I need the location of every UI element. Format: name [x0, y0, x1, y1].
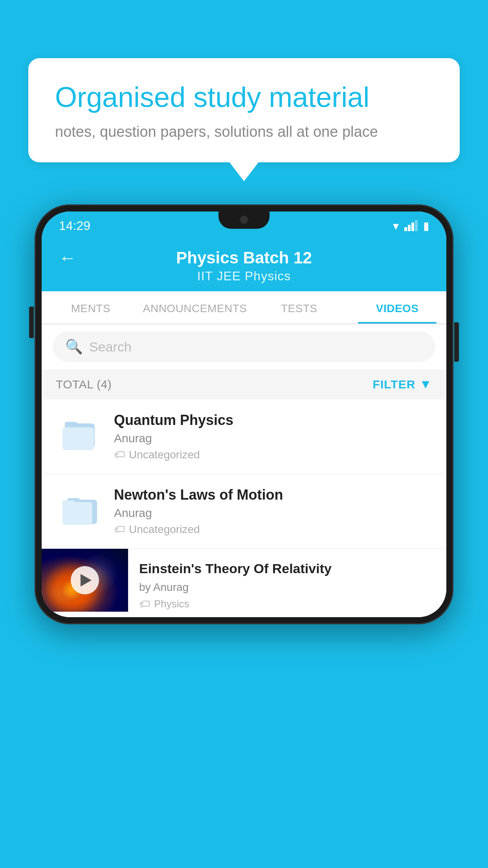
play-triangle-icon — [81, 574, 92, 587]
video-author-2: Anurag — [114, 506, 432, 520]
video-tag-3: 🏷 Physics — [139, 598, 435, 611]
play-button-3[interactable] — [71, 566, 99, 594]
tab-videos[interactable]: VIDEOS — [348, 291, 446, 324]
tab-announcements[interactable]: ANNOUNCEMENTS — [140, 291, 250, 324]
back-button[interactable]: ← — [59, 248, 76, 268]
tab-ments[interactable]: MENTS — [42, 291, 140, 324]
video-info-2: Newton's Laws of Motion Anurag 🏷 Uncateg… — [114, 487, 432, 536]
video-author-1: Anurag — [114, 432, 432, 445]
battery-icon: ▮ — [423, 219, 429, 232]
speech-bubble-wrapper: Organised study material notes, question… — [28, 58, 460, 162]
tag-icon-3: 🏷 — [139, 598, 150, 611]
folder-icon-1 — [62, 419, 97, 454]
folder-icon-2 — [62, 494, 97, 529]
signal-icon — [404, 220, 418, 231]
video-tag-1: 🏷 Uncategorized — [114, 448, 432, 461]
phone-outer: 14:29 ▾ ▮ ← — [35, 204, 453, 624]
tab-tests[interactable]: TESTS — [250, 291, 348, 324]
video-tag-2: 🏷 Uncategorized — [114, 523, 432, 536]
video-info-1: Quantum Physics Anurag 🏷 Uncategorized — [114, 412, 432, 461]
svg-rect-6 — [62, 500, 74, 505]
tag-icon-2: 🏷 — [114, 523, 125, 536]
video-thumbnail-3 — [42, 549, 128, 612]
video-title-3: Einstein's Theory Of Relativity — [139, 560, 435, 577]
video-thumb-2 — [56, 488, 103, 535]
video-thumb-1 — [56, 413, 103, 460]
wifi-icon: ▾ — [393, 219, 399, 233]
filter-button[interactable]: FILTER ▼ — [373, 377, 432, 392]
notch — [218, 211, 270, 229]
filter-icon: ▼ — [419, 377, 432, 392]
video-list: Quantum Physics Anurag 🏷 Uncategorized — [42, 399, 446, 617]
speech-bubble-subtitle: notes, question papers, solutions all at… — [55, 123, 433, 140]
search-bar[interactable]: 🔍 Search — [53, 331, 435, 362]
app-title: Physics Batch 12 — [176, 248, 312, 267]
svg-rect-1 — [65, 422, 77, 427]
svg-rect-2 — [62, 427, 94, 450]
video-author-3: by Anurag — [139, 581, 435, 594]
status-time: 14:29 — [59, 219, 90, 233]
tab-bar: MENTS ANNOUNCEMENTS TESTS VIDEOS — [42, 291, 446, 324]
filter-bar: TOTAL (4) FILTER ▼ — [42, 369, 446, 399]
header-row: ← Physics Batch 12 — [59, 248, 429, 267]
list-item[interactable]: Newton's Laws of Motion Anurag 🏷 Uncateg… — [42, 474, 446, 549]
search-placeholder: Search — [89, 339, 132, 355]
phone-screen: 14:29 ▾ ▮ ← — [42, 211, 446, 617]
search-icon: 🔍 — [65, 338, 83, 355]
front-camera-icon — [240, 215, 248, 224]
svg-rect-5 — [62, 502, 92, 525]
video-info-3: Einstein's Theory Of Relativity by Anura… — [128, 549, 446, 617]
tag-icon-1: 🏷 — [114, 448, 125, 461]
speech-bubble-title: Organised study material — [55, 80, 433, 114]
total-count: TOTAL (4) — [56, 378, 112, 391]
video-title-2: Newton's Laws of Motion — [114, 487, 432, 503]
app-header: ← Physics Batch 12 IIT JEE Physics — [42, 240, 446, 291]
status-icons: ▾ ▮ — [393, 219, 429, 233]
filter-label: FILTER — [373, 378, 416, 391]
app-subtitle: IIT JEE Physics — [197, 269, 291, 283]
video-title-1: Quantum Physics — [114, 412, 432, 428]
phone-mockup: 14:29 ▾ ▮ ← — [35, 204, 453, 624]
speech-bubble: Organised study material notes, question… — [28, 58, 460, 162]
list-item[interactable]: Einstein's Theory Of Relativity by Anura… — [42, 549, 446, 617]
search-container: 🔍 Search — [42, 324, 446, 369]
list-item[interactable]: Quantum Physics Anurag 🏷 Uncategorized — [42, 399, 446, 474]
status-bar: 14:29 ▾ ▮ — [42, 211, 446, 240]
